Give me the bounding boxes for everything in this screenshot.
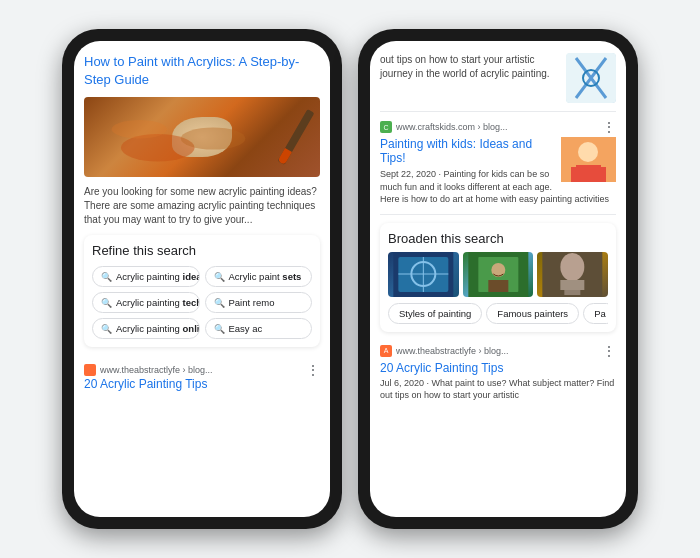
top-thumb: [566, 53, 616, 103]
kids-painting-svg: [561, 137, 616, 182]
p2-article-2: A www.theabstractlyfe › blog... ⋮ 20 Acr…: [380, 340, 616, 402]
refine-title: Refine this search: [92, 243, 312, 258]
svg-rect-11: [598, 167, 606, 182]
mona-lisa-svg: [463, 252, 534, 297]
svg-rect-20: [488, 280, 508, 292]
source-row: www.theabstractlyfe › blog... ⋮: [84, 363, 320, 377]
svg-point-22: [561, 253, 585, 281]
article-title[interactable]: How to Paint with Acrylics: A Step-by-St…: [84, 53, 320, 89]
p2-source-icon-1: C: [380, 121, 392, 133]
source-text: www.theabstractlyfe › blog...: [100, 365, 302, 375]
phone-left-content: How to Paint with Acrylics: A Step-by-St…: [74, 41, 330, 517]
source-icon: [84, 364, 96, 376]
broaden-section: Broaden this search: [380, 223, 616, 332]
search-icon: 🔍: [101, 298, 112, 308]
search-icon: 🔍: [101, 324, 112, 334]
broaden-title: Broaden this search: [388, 231, 608, 246]
refine-chip-4[interactable]: 🔍 Paint remo: [205, 292, 313, 313]
p2-article-2-desc: Jul 6, 2020 · What paint to use? What su…: [380, 377, 616, 402]
article-image: [84, 97, 320, 177]
search-icon: 🔍: [214, 324, 225, 334]
search-icon: 🔍: [101, 272, 112, 282]
top-text-block: out tips on how to start your artistic j…: [380, 53, 616, 112]
svg-rect-24: [565, 290, 581, 295]
sculpture-svg: [537, 252, 608, 297]
refine-section: Refine this search 🔍 Acrylic painting id…: [84, 235, 320, 347]
svg-rect-9: [576, 165, 601, 182]
chip-text: Acrylic painting online courses: [116, 323, 200, 334]
refine-chip-6[interactable]: 🔍 Easy ac: [205, 318, 313, 339]
p2-source-icon-2: A: [380, 345, 392, 357]
svg-point-2: [112, 120, 167, 138]
broaden-img-3: [537, 252, 608, 297]
p2-article-image-1: [561, 137, 616, 182]
p2-three-dots-1[interactable]: ⋮: [602, 120, 616, 134]
svg-rect-10: [571, 167, 579, 182]
paint-strokes-svg: [84, 97, 320, 171]
broaden-chip-1[interactable]: Styles of painting: [388, 303, 482, 324]
svg-point-1: [181, 128, 246, 150]
broaden-chip-2[interactable]: Famous painters: [486, 303, 579, 324]
chip-text: Acrylic paint sets: [229, 271, 302, 282]
search-icon: 🔍: [214, 298, 225, 308]
broaden-images: [388, 252, 608, 297]
p2-source-row-1: C www.craftskids.com › blog... ⋮: [380, 120, 616, 134]
broaden-img-1: [388, 252, 459, 297]
p2-source-text-1: www.craftskids.com › blog...: [396, 122, 598, 132]
p2-article-2-title[interactable]: 20 Acrylic Painting Tips: [380, 361, 616, 375]
bottom-article: www.theabstractlyfe › blog... ⋮ 20 Acryl…: [84, 355, 320, 395]
p2-article-1: C www.craftskids.com › blog... ⋮: [380, 120, 616, 215]
broaden-img-2: [463, 252, 534, 297]
bottom-article-title[interactable]: 20 Acrylic Painting Tips: [84, 377, 320, 391]
styles-painting-svg: [388, 252, 459, 297]
top-thumb-svg: [566, 53, 616, 103]
refine-chip-1[interactable]: 🔍 Acrylic painting ideas: [92, 266, 200, 287]
three-dots-icon[interactable]: ⋮: [306, 363, 320, 377]
phone-left-screen: How to Paint with Acrylics: A Step-by-St…: [74, 41, 330, 517]
chip-text: Acrylic painting techniques: [116, 297, 200, 308]
refine-chip-3[interactable]: 🔍 Acrylic painting techniques: [92, 292, 200, 313]
search-icon: 🔍: [214, 272, 225, 282]
p2-source-row-2: A www.theabstractlyfe › blog... ⋮: [380, 344, 616, 358]
chip-text: Easy ac: [229, 323, 263, 334]
refine-chip-5[interactable]: 🔍 Acrylic painting online courses: [92, 318, 200, 339]
p2-source-text-2: www.theabstractlyfe › blog...: [396, 346, 598, 356]
phone-right-screen: out tips on how to start your artistic j…: [370, 41, 626, 517]
refine-grid: 🔍 Acrylic painting ideas 🔍 Acrylic paint…: [92, 266, 312, 339]
refine-chip-2[interactable]: 🔍 Acrylic paint sets: [205, 266, 313, 287]
phone-left: How to Paint with Acrylics: A Step-by-St…: [62, 29, 342, 529]
svg-point-19: [491, 263, 505, 277]
chip-text: Acrylic painting ideas: [116, 271, 200, 282]
chip-text: Paint remo: [229, 297, 275, 308]
p2-three-dots-2[interactable]: ⋮: [602, 344, 616, 358]
broaden-chip-3[interactable]: Pa: [583, 303, 608, 324]
article-description: Are you looking for some new acrylic pai…: [84, 185, 320, 227]
top-text: out tips on how to start your artistic j…: [380, 53, 560, 81]
broaden-chips: Styles of painting Famous painters Pa: [388, 303, 608, 324]
phone-right: out tips on how to start your artistic j…: [358, 29, 638, 529]
svg-rect-23: [561, 280, 585, 290]
svg-point-8: [578, 142, 598, 162]
phone-right-content: out tips on how to start your artistic j…: [370, 41, 626, 517]
phones-container: How to Paint with Acrylics: A Step-by-St…: [42, 9, 658, 549]
